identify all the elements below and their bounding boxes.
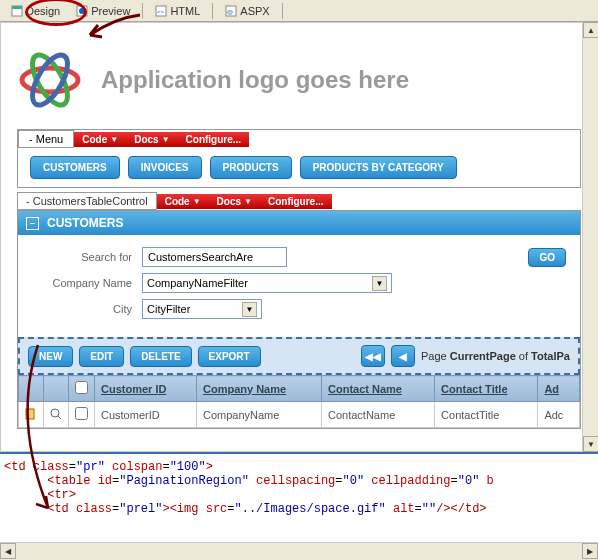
panel-title: CUSTOMERS	[47, 216, 123, 230]
tab-aspx-label: ASPX	[240, 5, 269, 17]
logo-text: Application logo goes here	[101, 66, 409, 94]
company-name-label: Company Name	[32, 277, 132, 289]
editor-tabs: Design Preview <>HTML @ASPX	[0, 0, 598, 22]
row-check-cell	[69, 402, 95, 428]
pagination-region: NEW EDIT DELETE EXPORT ◀◀ ◀ Page Current…	[18, 337, 580, 375]
code-pane[interactable]: <td class="pr" colspan="100"> <table id=…	[0, 452, 598, 542]
search-input[interactable]	[142, 247, 287, 267]
grid-header-company-name[interactable]: Company Name	[196, 376, 321, 402]
control-configure-tag[interactable]: Configure...	[260, 194, 332, 209]
svg-point-8	[22, 68, 78, 92]
collapse-icon[interactable]: –	[26, 217, 39, 230]
cell-company-name: CompanyName	[196, 402, 321, 428]
customers-grid: Customer ID Company Name Contact Name Co…	[18, 375, 580, 428]
control-bar: - CustomersTableControl Code▼ Docs▼ Conf…	[17, 192, 581, 210]
magnifier-icon	[50, 408, 62, 420]
design-icon	[11, 5, 23, 17]
cell-address: Adc	[538, 402, 580, 428]
scroll-up-button[interactable]: ▲	[583, 22, 598, 38]
company-name-filter[interactable]: CompanyNameFilter▼	[142, 273, 392, 293]
new-button[interactable]: NEW	[28, 346, 73, 367]
customers-panel: – CUSTOMERS Search for GO Company Name C…	[17, 210, 581, 429]
chevron-down-icon: ▼	[110, 135, 118, 144]
select-all-checkbox[interactable]	[75, 381, 88, 394]
svg-line-13	[58, 416, 61, 419]
svg-point-3	[79, 8, 85, 14]
page-info: Page CurrentPage of TotalPa	[421, 350, 570, 362]
svg-rect-1	[12, 6, 22, 9]
table-row: CustomerID CompanyName ContactName Conta…	[19, 402, 580, 428]
row-view-cell[interactable]	[44, 402, 69, 428]
nav-products-by-category[interactable]: PRODUCTS BY CATEGORY	[300, 156, 457, 179]
chevron-down-icon: ▼	[162, 135, 170, 144]
cell-contact-name: ContactName	[322, 402, 435, 428]
edit-icon	[25, 408, 37, 420]
html-icon: <>	[155, 5, 167, 17]
chevron-down-icon: ▼	[242, 302, 257, 317]
aspx-icon: @	[225, 5, 237, 17]
scroll-down-button[interactable]: ▼	[583, 436, 598, 452]
tab-html-label: HTML	[170, 5, 200, 17]
row-checkbox[interactable]	[75, 407, 88, 420]
menu-docs-tag[interactable]: Docs▼	[126, 132, 177, 147]
edit-button[interactable]: EDIT	[79, 346, 124, 367]
menu-bar: - Menu Code▼ Docs▼ Configure... CUSTOMER…	[17, 129, 581, 188]
tab-preview[interactable]: Preview	[69, 2, 137, 20]
row-edit-cell[interactable]	[19, 402, 44, 428]
export-button[interactable]: EXPORT	[198, 346, 261, 367]
prev-page-button[interactable]: ◀	[391, 345, 415, 367]
grid-header-view	[44, 376, 69, 402]
tab-html[interactable]: <>HTML	[148, 2, 207, 20]
city-label: City	[32, 303, 132, 315]
scroll-right-button[interactable]: ▶	[582, 543, 598, 559]
scroll-left-button[interactable]: ◀	[0, 543, 16, 559]
panel-header: – CUSTOMERS	[18, 211, 580, 235]
header-row: Application logo goes here	[17, 47, 581, 113]
chevron-down-icon: ▼	[244, 197, 252, 206]
chevron-down-icon: ▼	[372, 276, 387, 291]
vertical-scrollbar[interactable]: ▲ ▼	[582, 22, 598, 452]
go-button[interactable]: GO	[528, 248, 566, 267]
menu-code-tag[interactable]: Code▼	[74, 132, 126, 147]
search-for-label: Search for	[32, 251, 132, 263]
grid-header-address[interactable]: Ad	[538, 376, 580, 402]
app-logo-icon	[17, 47, 83, 113]
horizontal-scrollbar[interactable]: ◀ ▶	[0, 542, 598, 558]
control-docs-tag[interactable]: Docs▼	[209, 194, 260, 209]
grid-header-check	[69, 376, 95, 402]
menu-configure-tag[interactable]: Configure...	[178, 132, 250, 147]
tab-design-label: Design	[26, 5, 60, 17]
tab-design[interactable]: Design	[4, 2, 67, 20]
tab-aspx[interactable]: @ASPX	[218, 2, 276, 20]
tab-preview-label: Preview	[91, 5, 130, 17]
chevron-down-icon: ▼	[193, 197, 201, 206]
svg-text:@: @	[227, 9, 233, 15]
cell-contact-title: ContactTitle	[435, 402, 538, 428]
grid-header-contact-title[interactable]: Contact Title	[435, 376, 538, 402]
menu-label[interactable]: - Menu	[18, 130, 74, 148]
nav-invoices[interactable]: INVOICES	[128, 156, 202, 179]
delete-button[interactable]: DELETE	[130, 346, 191, 367]
nav-customers[interactable]: CUSTOMERS	[30, 156, 120, 179]
svg-rect-11	[26, 409, 34, 419]
control-code-tag[interactable]: Code▼	[157, 194, 209, 209]
grid-header-edit	[19, 376, 44, 402]
svg-text:<>: <>	[157, 9, 165, 15]
preview-icon	[76, 5, 88, 17]
svg-point-12	[51, 409, 59, 417]
control-label[interactable]: - CustomersTableControl	[17, 192, 157, 210]
first-page-button[interactable]: ◀◀	[361, 345, 385, 367]
nav-products[interactable]: PRODUCTS	[210, 156, 292, 179]
grid-header-contact-name[interactable]: Contact Name	[322, 376, 435, 402]
cell-customer-id: CustomerID	[95, 402, 197, 428]
city-filter[interactable]: CityFilter▼	[142, 299, 262, 319]
design-canvas: Application logo goes here - Menu Code▼ …	[0, 22, 598, 452]
grid-header-customer-id[interactable]: Customer ID	[95, 376, 197, 402]
